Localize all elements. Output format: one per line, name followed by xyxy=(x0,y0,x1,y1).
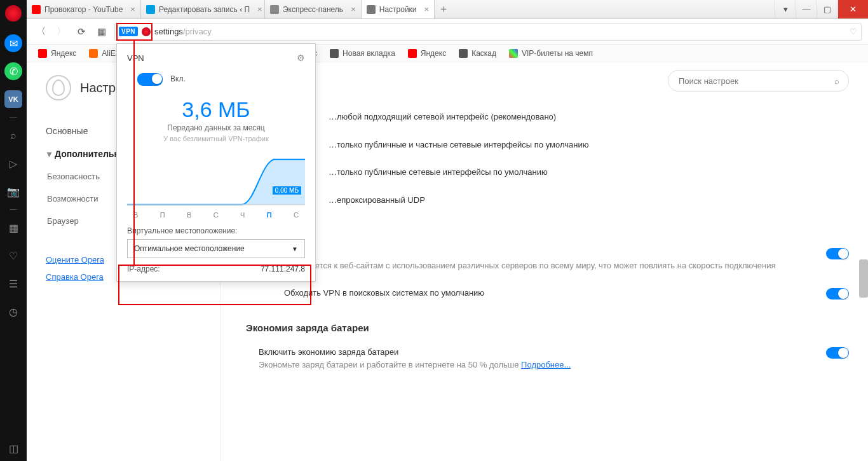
bookmark-label: Яндекс xyxy=(51,49,76,58)
vpn-data-amount: 3,6 МБ xyxy=(127,97,305,122)
back-button[interactable]: 〈 xyxy=(33,24,48,39)
opera-outline-icon xyxy=(46,75,71,100)
chevron-down-icon: ▾ xyxy=(46,149,52,159)
speed-dial-icon xyxy=(270,5,279,14)
window-minimize-icon[interactable]: — xyxy=(796,0,817,18)
whatsapp-icon[interactable]: ✆ xyxy=(4,62,22,80)
battery-section-header: Экономия заряда батареи xyxy=(246,322,849,333)
vpn-bypass-label: Обходить VPN в поисковых системах по умо… xyxy=(284,287,816,299)
ip-label: IP-адрес: xyxy=(127,265,160,273)
bookmark-label: Новая вкладка xyxy=(342,49,395,58)
yandex-icon xyxy=(408,49,417,58)
scrollbar-thumb[interactable] xyxy=(859,259,868,298)
vpn-badge[interactable]: VPN xyxy=(119,27,138,36)
address-text: settings/privacy xyxy=(154,27,212,36)
colored-icon xyxy=(509,49,518,58)
opera-logo[interactable] xyxy=(5,5,22,22)
ip-value: 77.111.247.8 xyxy=(261,265,305,273)
gear-icon xyxy=(367,5,376,14)
vpn-bypass-row: Обходить VPN в поисковых системах по умо… xyxy=(246,279,849,307)
vpn-description: VPN подключается к веб-сайтам с использо… xyxy=(259,261,776,270)
speed-dial-icon[interactable]: ▦ xyxy=(4,219,22,237)
bookmark-label: VIP-билеты на чемп xyxy=(522,49,593,58)
address-bar-row: 〈 〉 ⟳ ▦ VPN settings/privacy ♡ xyxy=(27,19,868,45)
messenger-icon[interactable]: ✉ xyxy=(4,34,22,52)
vpn-usage-chart: 0,00 МБ xyxy=(127,151,305,206)
battery-toggle[interactable] xyxy=(826,347,849,359)
vk-icon[interactable]: VK xyxy=(4,90,22,108)
vpn-on-label: Вкл. xyxy=(170,74,186,83)
option-row[interactable]: …только публичные сетевые интерфейсы по … xyxy=(329,158,849,186)
bookmark-yandex2[interactable]: Яндекс xyxy=(408,49,446,58)
vpn-unlimited-caption: У вас безлимитный VPN-трафик xyxy=(127,135,305,142)
bookmark-label: Яндекс xyxy=(421,49,446,58)
reload-button[interactable]: ⟳ xyxy=(74,24,89,39)
battery-row: Включить экономию заряда батареи Экономь… xyxy=(246,338,849,378)
separator xyxy=(10,209,17,210)
app-sidebar: ✉ ✆ VK ⌕ ▷ 📷 ▦ ♡ ☰ ◷ ◫ xyxy=(0,0,27,461)
window-close-icon[interactable]: ✕ xyxy=(837,0,868,18)
search-icon: ⌕ xyxy=(834,76,839,86)
dropdown-value: Оптимальное местоположение xyxy=(134,244,245,253)
address-box[interactable]: VPN settings/privacy ♡ xyxy=(114,23,862,41)
tab-label: Редактировать запись ‹ П xyxy=(159,5,250,14)
separator xyxy=(10,117,17,118)
new-tab-button[interactable]: ＋ xyxy=(435,0,452,18)
news-icon[interactable]: ☰ xyxy=(4,275,22,292)
battery-more-link[interactable]: Подробнее... xyxy=(521,360,571,369)
gear-icon[interactable]: ⚙ xyxy=(297,53,305,63)
tab-speed-dial[interactable]: Экспресс-панель× xyxy=(265,0,362,18)
tab-edit-post[interactable]: Редактировать запись ‹ П× xyxy=(141,0,265,18)
bookmark-heart-icon[interactable]: ♡ xyxy=(850,27,857,36)
virtual-location-label: Виртуальное местоположение: xyxy=(127,226,305,235)
forward-button[interactable]: 〉 xyxy=(53,24,69,39)
speed-dial-button[interactable]: ▦ xyxy=(94,24,109,39)
option-row[interactable]: …епроксированный UDP xyxy=(329,186,849,214)
chevron-down-icon: ▼ xyxy=(292,245,298,252)
close-tab-icon[interactable]: × xyxy=(421,4,430,14)
window-restore-icon[interactable]: ▢ xyxy=(817,0,837,18)
camera-icon[interactable]: 📷 xyxy=(4,182,22,200)
history-icon[interactable]: ◷ xyxy=(4,303,22,320)
tab-label: Настройки xyxy=(379,5,417,14)
doc-icon xyxy=(459,49,468,58)
search-input[interactable] xyxy=(677,76,834,86)
location-dropdown[interactable]: Оптимальное местоположение ▼ xyxy=(127,239,305,258)
battery-subtitle: Экономьте заряд батареи и работайте в ин… xyxy=(259,360,521,369)
search-icon[interactable]: ⌕ xyxy=(4,127,22,144)
heart-icon[interactable]: ♡ xyxy=(4,247,22,265)
opera-page-icon xyxy=(142,27,151,36)
settings-content: ⌕ …любой подходящий сетевой интерфейс (р… xyxy=(220,62,868,461)
option-row[interactable]: …только публичные и частные сетевые инте… xyxy=(329,131,849,159)
chart-axis: В П В С Ч П С xyxy=(127,209,305,219)
close-tab-icon[interactable]: × xyxy=(126,4,135,14)
tab-youtube[interactable]: Провокатор - YouTube× xyxy=(27,0,141,18)
bookmark-yandex[interactable]: Яндекс xyxy=(38,49,76,58)
bookmark-aliexpress[interactable]: AliEx xyxy=(89,49,119,58)
vpn-toggle[interactable] xyxy=(826,248,849,259)
bookmark-newtab[interactable]: Новая вкладка xyxy=(330,49,395,58)
doc-icon xyxy=(330,49,339,58)
option-row[interactable]: …любой подходящий сетевой интерфейс (рек… xyxy=(329,103,849,131)
bookmark-vip[interactable]: VIP-билеты на чемп xyxy=(509,49,593,58)
tab-label: Провокатор - YouTube xyxy=(44,5,123,14)
yandex-icon xyxy=(38,49,47,58)
bookmark-cascade[interactable]: Каскад xyxy=(459,49,496,58)
aliexpress-icon xyxy=(89,49,98,58)
tab-settings[interactable]: Настройки× xyxy=(362,0,435,18)
vpn-popup-toggle[interactable] xyxy=(137,73,163,86)
panel-toggle-icon[interactable]: ◫ xyxy=(4,439,22,457)
vpn-data-caption: Передано данных за месяц xyxy=(127,123,305,132)
close-tab-icon[interactable]: × xyxy=(347,4,356,14)
vpn-bypass-toggle[interactable] xyxy=(826,288,849,299)
vpn-popup: VPN ⚙ Вкл. 3,6 МБ Передано данных за мес… xyxy=(116,43,316,282)
battery-title: Включить экономию заряда батареи xyxy=(259,347,398,357)
close-tab-icon[interactable]: × xyxy=(254,4,262,14)
wifi-icon xyxy=(146,5,155,14)
window-collapse-icon[interactable]: ▾ xyxy=(775,0,796,18)
play-icon[interactable]: ▷ xyxy=(4,155,22,172)
settings-search[interactable]: ⌕ xyxy=(668,70,849,92)
titlebar: Провокатор - YouTube× Редактировать запи… xyxy=(27,0,868,19)
ip-row: IP-адрес: 77.111.247.8 xyxy=(127,265,305,273)
tab-label: Экспресс-панель xyxy=(283,5,343,14)
